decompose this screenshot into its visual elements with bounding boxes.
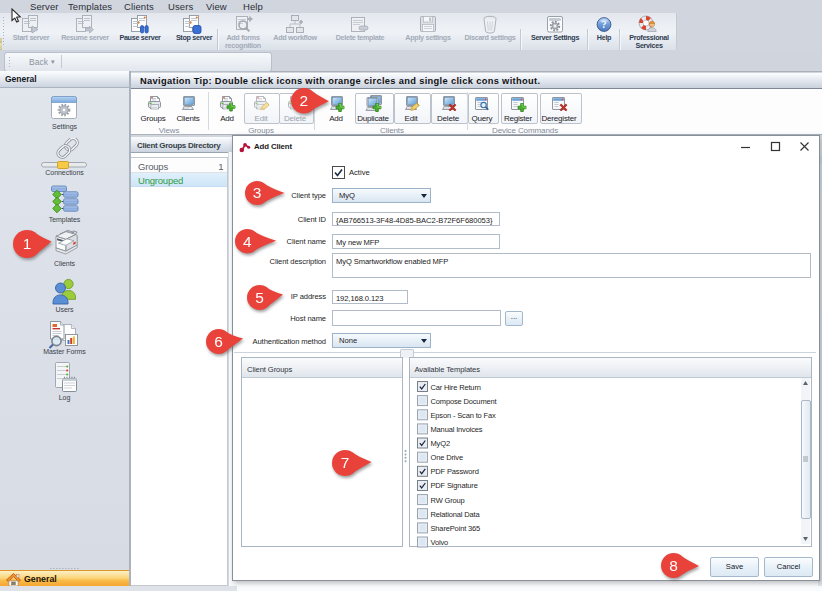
svg-text:?: ?	[602, 19, 607, 30]
